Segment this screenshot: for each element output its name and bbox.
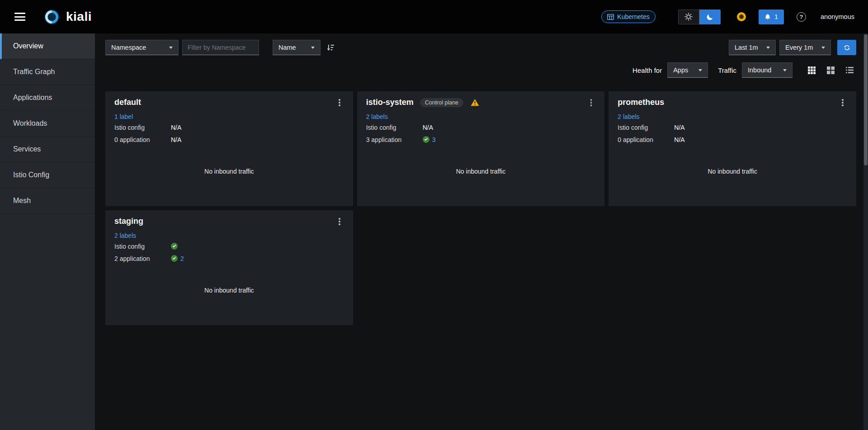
refresh-icon [844,44,850,51]
sidebar-item-applications[interactable]: Applications [0,85,95,111]
filter-type-select[interactable]: Namespace [105,40,179,55]
sun-icon [684,13,693,21]
scrollbar-thumb[interactable] [864,34,868,165]
healthy-apps-count-link[interactable]: 3 [432,135,436,145]
inbound-traffic-message: No inbound traffic [204,287,254,294]
labels-link[interactable]: 1 label [114,113,133,120]
istio-config-status: N/A [674,123,684,132]
healthy-icon [171,255,178,262]
sidebar-item-overview[interactable]: Overview [0,33,95,59]
sidebar-item-mesh[interactable]: Mesh [0,188,95,214]
sort-icon [327,44,335,51]
warning-icon [471,99,479,106]
applications-label: 2 application [114,254,171,264]
istio-config-label: Istio config [366,123,423,132]
notifications-button[interactable]: 1 [759,9,784,24]
notification-count: 1 [774,13,778,20]
grid-view-button[interactable] [824,65,837,76]
inbound-traffic-message: No inbound traffic [204,168,254,175]
refresh-interval-select[interactable]: Every 1m [779,40,831,55]
applications-label: 0 application [114,135,171,145]
display-toolbar: Health for Apps Traffic Inbound [105,62,856,78]
namespace-name: istio-system [366,98,414,107]
grid-icon [827,66,835,74]
namespace-name: prometheus [618,98,664,107]
health-for-select[interactable]: Apps [667,62,708,78]
inbound-traffic-message: No inbound traffic [708,168,757,175]
kebab-icon [339,99,340,101]
hamburger-icon [14,13,25,14]
question-icon: ? [800,14,803,20]
inbound-traffic-message: No inbound traffic [456,168,505,175]
moon-icon [706,13,714,21]
istio-config-label: Istio config [114,241,171,251]
traffic-direction-select[interactable]: Inbound [742,62,793,78]
traffic-label: Traffic [718,66,736,74]
istio-config-label: Istio config [114,123,171,132]
namespace-name: staging [114,217,143,226]
control-plane-badge: Control plane [420,98,463,107]
masthead-right: Kubernetes [601,9,854,24]
cluster-badge[interactable]: Kubernetes [601,10,656,23]
sort-direction-button[interactable] [324,43,337,53]
filter-toolbar: Namespace Name L [105,40,856,55]
duration-select[interactable]: Last 1m [729,40,776,55]
sort-field-select[interactable]: Name [273,40,321,55]
nav-toggle-button[interactable] [12,8,28,26]
theme-toggle [678,9,721,24]
chevron-down-icon [766,47,770,49]
bell-icon [764,14,771,20]
brand-title: kiali [66,9,92,24]
sidebar-item-istio-config[interactable]: Istio Config [0,162,95,188]
list-view-button[interactable] [843,65,856,76]
labels-link[interactable]: 2 labels [618,113,639,120]
sidebar-item-traffic-graph[interactable]: Traffic Graph [0,59,95,85]
brand: kiali [43,9,92,25]
kebab-menu-button[interactable] [335,98,344,108]
help-button[interactable]: ? [797,12,806,22]
refresh-button[interactable] [837,40,856,55]
applications-status: N/A [674,135,684,145]
health-for-label: Health for [632,66,662,74]
chevron-down-icon [783,69,787,71]
namespace-card-default: default 1 label Istio config N/A 0 appli… [105,91,353,206]
chevron-down-icon [821,47,825,49]
namespace-filter-input[interactable] [182,40,259,55]
labels-link[interactable]: 2 labels [114,232,136,239]
namespace-card-staging: staging 2 labels Istio config [105,210,353,325]
overview-page: Namespace Name L [95,33,868,430]
scrollbar[interactable] [863,33,868,430]
masthead: kiali Kubernetes [0,0,868,33]
kiali-logo-icon [43,9,60,25]
chevron-down-icon [698,69,702,71]
theme-light-button[interactable] [678,9,699,24]
applications-label: 0 application [618,135,674,145]
applications-status: 3 [423,135,436,145]
kebab-menu-button[interactable] [587,98,596,108]
kiali-app: kiali Kubernetes [0,0,868,430]
labels-link[interactable]: 2 labels [366,113,388,120]
cluster-badge-label: Kubernetes [617,13,650,20]
kebab-icon [842,99,844,101]
kubernetes-icon [607,14,614,20]
healthy-apps-count-link[interactable]: 2 [180,254,184,264]
sidebar-item-services[interactable]: Services [0,137,95,162]
applications-status: 2 [171,254,184,264]
compact-grid-icon [808,66,816,74]
compact-grid-view-button[interactable] [805,65,818,76]
kebab-icon [339,218,340,220]
healthy-icon [423,136,429,143]
kebab-menu-button[interactable] [335,217,344,227]
theme-dark-button[interactable] [699,9,721,24]
istio-config-status: N/A [171,123,181,132]
istio-config-status: N/A [423,123,433,132]
healthy-icon [171,243,178,250]
kebab-menu-button[interactable] [838,98,847,108]
view-mode-group [805,65,856,76]
istio-status-icon[interactable] [737,12,746,21]
username: anonymous [821,13,854,20]
namespace-name: default [114,98,141,107]
namespace-card-istio-system: istio-system Control plane 2 labels [357,91,605,206]
chevron-down-icon [169,47,173,49]
sidebar-item-workloads[interactable]: Workloads [0,111,95,137]
